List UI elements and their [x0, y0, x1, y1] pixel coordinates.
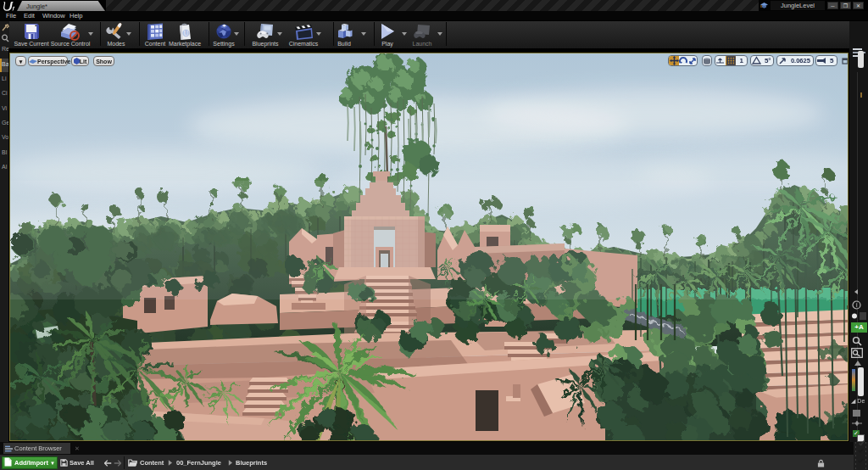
svg-text:i: i [856, 302, 858, 308]
